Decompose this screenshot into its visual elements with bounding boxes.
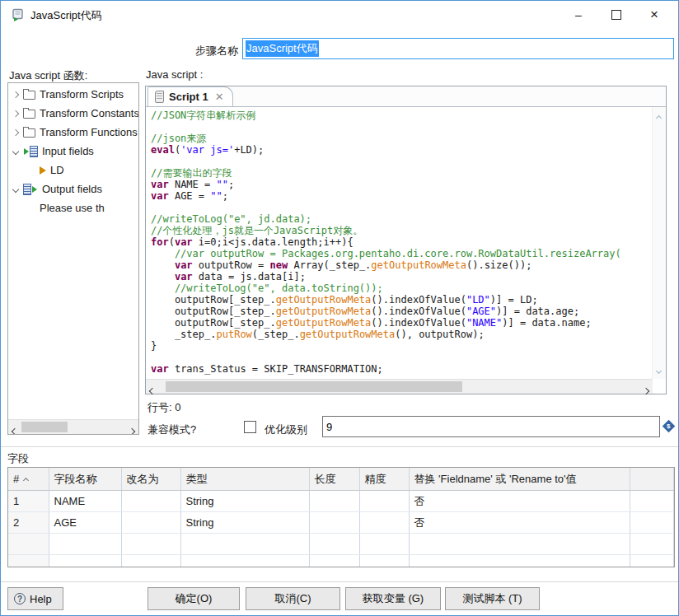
compat-mode-checkbox[interactable]	[244, 421, 256, 433]
sort-ascending-icon	[24, 473, 28, 485]
table-cell[interactable]: 1	[8, 491, 49, 512]
table-cell[interactable]	[180, 555, 309, 568]
table-cell[interactable]	[121, 534, 180, 555]
table-cell[interactable]	[359, 555, 409, 568]
maximize-button[interactable]	[597, 1, 635, 29]
close-button[interactable]: ×	[635, 1, 673, 29]
table-cell[interactable]: AGE	[49, 512, 121, 534]
tree-item-transform-functions[interactable]: Transform Functions	[8, 123, 138, 142]
table-row[interactable]	[8, 534, 674, 555]
table-cell[interactable]	[8, 534, 49, 555]
line-number-value: 0	[175, 401, 180, 413]
tree-item-transform-scripts[interactable]: Transform Scripts	[8, 85, 138, 104]
table-row[interactable]	[8, 555, 674, 568]
chevron-expanded-icon[interactable]	[8, 149, 23, 154]
tree-item-output-fields[interactable]: Output fields	[8, 180, 138, 198]
window-title: JavaScript代码	[30, 8, 102, 23]
tree-item-please-use-th[interactable]: Please use th	[8, 198, 138, 217]
table-cell[interactable]	[309, 555, 359, 568]
get-variables-button[interactable]: 获取变量 (G)	[345, 587, 441, 610]
table-cell[interactable]: 否	[409, 512, 630, 534]
code-line: var data = js.data[i];	[151, 271, 653, 282]
scroll-left-icon[interactable]	[12, 424, 17, 435]
tab-script-1[interactable]: Script 1 ✕	[148, 86, 233, 106]
table-cell[interactable]: 2	[8, 512, 49, 534]
chevron-expanded-icon[interactable]	[8, 187, 23, 192]
table-header-cell[interactable]: 长度	[309, 468, 359, 491]
table-cell[interactable]	[359, 534, 409, 555]
cancel-button[interactable]: 取消(C)	[246, 587, 340, 610]
table-header-cell[interactable]: 精度	[359, 468, 409, 491]
table-cell[interactable]	[49, 555, 121, 568]
line-number-status: 行号: 0	[148, 400, 180, 415]
table-header-cell[interactable]: #	[8, 468, 49, 491]
folder-icon	[23, 108, 35, 119]
table-header-filler	[630, 468, 674, 491]
table-cell-filler	[630, 512, 674, 534]
code-area[interactable]: //JSON字符串解析示例 //json来源eval('var js='+LD)…	[147, 107, 653, 379]
editor-vertical-scrollbar[interactable]	[652, 107, 666, 379]
scroll-down-icon[interactable]	[657, 363, 661, 376]
functions-panel-label: Java script 函数:	[9, 68, 87, 83]
table-cell[interactable]: String	[180, 491, 309, 512]
table-cell[interactable]	[121, 555, 180, 568]
table-row[interactable]: 1NAMEString否	[8, 491, 674, 512]
chevron-collapsed-icon[interactable]	[8, 111, 23, 116]
scroll-right-icon[interactable]	[129, 424, 134, 435]
editor-horizontal-scrollbar[interactable]	[146, 379, 653, 394]
code-line: eval('var js='+LD);	[151, 144, 653, 156]
table-cell[interactable]	[121, 491, 180, 512]
table-cell[interactable]	[359, 491, 409, 512]
table-cell[interactable]	[309, 512, 359, 534]
optimization-level-input[interactable]	[322, 416, 660, 437]
tree-horizontal-scrollbar[interactable]	[8, 419, 138, 434]
fields-section-label: 字段	[7, 451, 29, 466]
table-cell[interactable]: String	[180, 512, 309, 534]
help-button[interactable]: ? Help	[7, 587, 63, 610]
code-line: var outputRow = new Array(_step_.getOutp…	[151, 259, 653, 271]
table-cell[interactable]	[180, 534, 309, 555]
table-cell[interactable]	[121, 512, 180, 534]
table-cell[interactable]	[49, 534, 121, 555]
scroll-up-icon[interactable]	[657, 110, 661, 123]
table-cell[interactable]	[409, 555, 630, 568]
code-line: var NAME = "";	[151, 179, 653, 190]
tree-item-label: Output fields	[42, 183, 102, 195]
ok-button[interactable]: 确定(O)	[148, 587, 240, 610]
code-line	[151, 121, 653, 133]
table-header-cell[interactable]: 改名为	[121, 468, 180, 491]
code-line: //需要输出的字段	[151, 167, 653, 179]
code-line: //var outputRow = Packages.org.pentaho.d…	[151, 248, 653, 259]
tree-item-ld[interactable]: LD	[8, 161, 138, 180]
code-line: //writeToLog("e", jd.data);	[151, 213, 653, 225]
tab-close-icon[interactable]: ✕	[215, 91, 224, 102]
table-cell[interactable]: 否	[409, 491, 630, 512]
chevron-collapsed-icon[interactable]	[8, 130, 23, 135]
code-line: //JSON字符串解析示例	[151, 110, 653, 121]
fields-section-divider	[1, 446, 678, 447]
scrollbar-thumb[interactable]	[166, 381, 462, 392]
table-header-cell[interactable]: 替换 'Fieldname' 或 'Rename to'值	[409, 468, 630, 491]
table-header-cell[interactable]: 字段名称	[49, 468, 121, 491]
scroll-right-icon[interactable]	[644, 384, 649, 396]
scroll-left-icon[interactable]	[150, 384, 155, 396]
script-panel-label: Java script :	[146, 68, 203, 81]
test-script-button[interactable]: 测试脚本 (T)	[445, 587, 540, 610]
fields-table-header-row: #字段名称改名为类型长度精度替换 'Fieldname' 或 'Rename t…	[8, 468, 674, 491]
table-cell[interactable]	[309, 491, 359, 512]
minimize-button[interactable]: –	[560, 1, 597, 29]
table-cell[interactable]	[8, 555, 49, 568]
table-row[interactable]: 2AGEString否	[8, 512, 674, 534]
code-line: //writeToLog("e", data.toString());	[151, 282, 653, 294]
tree-item-input-fields[interactable]: Input fields	[8, 142, 138, 161]
table-cell[interactable]	[409, 534, 630, 555]
chevron-collapsed-icon[interactable]	[8, 92, 23, 97]
step-name-input[interactable]: JavaScript代码	[242, 38, 674, 59]
table-header-cell[interactable]: 类型	[180, 468, 309, 491]
table-cell[interactable]: NAME	[49, 491, 121, 512]
scrollbar-thumb[interactable]	[21, 422, 68, 432]
output-icon	[23, 184, 38, 195]
tree-item-transform-constants[interactable]: Transform Constants	[8, 104, 138, 123]
table-cell[interactable]	[359, 512, 409, 534]
table-cell[interactable]	[309, 534, 359, 555]
